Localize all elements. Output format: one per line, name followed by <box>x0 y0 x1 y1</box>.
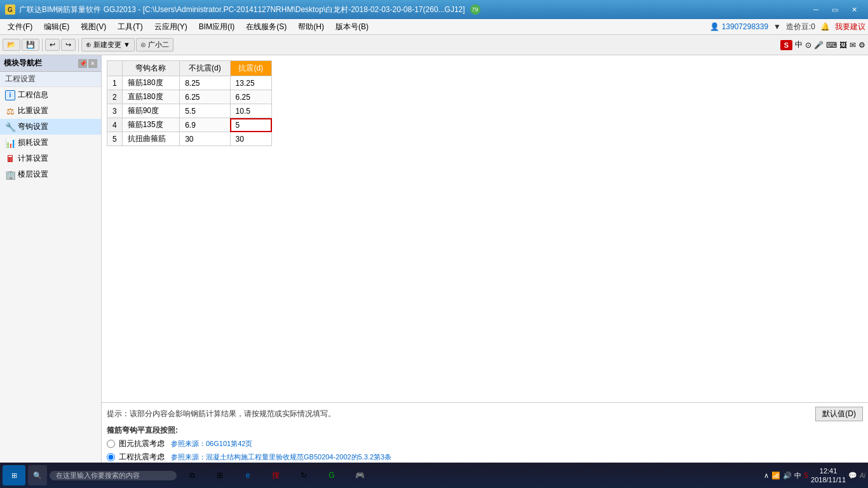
default-button[interactable]: 默认值(D) <box>815 407 863 421</box>
sidebar-item-hook[interactable]: 🔧 弯钩设置 <box>0 119 101 135</box>
radio-project[interactable] <box>107 453 115 461</box>
ref-text-1: 参照来源：06G101第42页 <box>171 439 252 449</box>
sidebar-item-project-info[interactable]: i 工程信息 <box>0 87 101 103</box>
row-2-name[interactable]: 直筋180度 <box>122 90 179 104</box>
windows-icon: ⊞ <box>11 471 17 480</box>
search-bar[interactable]: 在这里输入你要搜索的内容 <box>50 471 177 480</box>
redo-btn[interactable]: ↪ <box>61 39 76 51</box>
row-1-non-seismic[interactable]: 8.25 <box>180 76 230 90</box>
network-icon: 📶 <box>771 471 780 480</box>
sogou-tray-icon[interactable]: S <box>804 471 808 479</box>
sidebar-close-btn[interactable]: ✕ <box>88 59 97 68</box>
save-btn[interactable]: 💾 <box>22 39 39 51</box>
menu-cloud[interactable]: 云应用(Y) <box>149 20 193 34</box>
radio-label-2: 工程抗震考虑 <box>119 452 165 463</box>
sidebar-item-calc[interactable]: 🖩 计算设置 <box>0 151 101 166</box>
ime-icon[interactable]: 中 <box>794 471 801 480</box>
content-scroll: 弯钩名称 不抗震(d) 抗震(d) 1 箍筋180度 8.25 13.25 <box>102 55 868 402</box>
hook-table: 弯钩名称 不抗震(d) 抗震(d) 1 箍筋180度 8.25 13.25 <box>107 60 272 146</box>
sidebar-item-loss[interactable]: 📊 损耗设置 <box>0 135 101 151</box>
sogou-taskbar-btn[interactable]: 搜 <box>263 465 288 485</box>
content-area: 弯钩名称 不抗震(d) 抗震(d) 1 箍筋180度 8.25 13.25 <box>102 55 868 469</box>
row-3-non-seismic[interactable]: 5.5 <box>180 104 230 118</box>
compare-icon: ⚖ <box>5 106 15 116</box>
toolbar-icon-3: 🎤 <box>814 41 824 50</box>
game-btn[interactable]: 🎮 <box>347 465 372 485</box>
radio-group: 图元抗震考虑 参照来源：06G101第42页 工程抗震考虑 参照来源：混凝土结构… <box>107 438 863 463</box>
folder-icon: 📂 <box>7 41 16 49</box>
app-icon: G <box>5 4 15 15</box>
user-icon: 👤 <box>710 22 719 31</box>
start-button[interactable]: ⊞ <box>3 465 25 485</box>
notification-btn[interactable]: 💬 <box>848 471 857 480</box>
col-seismic-header: 抗震(d) <box>230 61 271 76</box>
radio-row-2: 工程抗震考虑 参照来源：混凝土结构施工程量里验收规范GB50204-2002的5… <box>107 452 863 463</box>
toolbar-icon-4: ⌨ <box>826 41 837 50</box>
row-2-seismic[interactable]: 6.25 <box>230 90 271 104</box>
row-5-non-seismic[interactable]: 30 <box>180 132 230 146</box>
hint-text: 提示：该部分内容会影响钢筋计算结果，请按规范或实际情况填写。 <box>107 409 336 419</box>
refresh-btn[interactable]: ↻ <box>291 465 316 485</box>
row-3-seismic[interactable]: 10.5 <box>230 104 271 118</box>
calc-icon: 🖩 <box>5 154 15 164</box>
ai-label: ⊙ 广小二 <box>140 40 169 50</box>
menu-file[interactable]: 文件(F) <box>3 20 37 34</box>
taskbar-apps[interactable]: ⊞ <box>207 465 233 485</box>
radio-diagram[interactable] <box>107 440 115 448</box>
row-2-non-seismic[interactable]: 6.25 <box>180 90 230 104</box>
taskview-btn[interactable]: ⧉ <box>179 465 205 485</box>
row-4-non-seismic[interactable]: 6.9 <box>180 118 230 132</box>
ai-btn[interactable]: ⊙ 广小二 <box>136 38 173 51</box>
sidebar-pin-btn[interactable]: 📌 <box>78 59 87 68</box>
sidebar-section: 工程设置 <box>0 72 101 87</box>
table-row: 1 箍筋180度 8.25 13.25 <box>107 76 272 90</box>
row-1-name[interactable]: 箍筋180度 <box>122 76 179 90</box>
new-change-label: ⊕ 新建变更 ▼ <box>86 40 130 50</box>
toolbar-icon-5: 🖼 <box>839 41 847 50</box>
row-5-name[interactable]: 抗扭曲箍筋 <box>122 132 179 146</box>
row-1-num: 1 <box>107 76 123 90</box>
open-file-btn[interactable]: 📂 <box>3 39 20 51</box>
menu-view[interactable]: 视图(V) <box>76 20 111 34</box>
sidebar-label-calc: 计算设置 <box>18 153 48 164</box>
sidebar-item-weight[interactable]: ⚖ 比重设置 <box>0 103 101 119</box>
row-4-seismic[interactable]: 5 <box>230 118 271 132</box>
ai-tray[interactable]: Ai <box>860 472 865 479</box>
sidebar-header-buttons: 📌 ✕ <box>78 59 97 68</box>
restore-button[interactable]: ▭ <box>826 3 844 16</box>
close-button[interactable]: ✕ <box>845 3 863 16</box>
menu-edit[interactable]: 编辑(E) <box>39 20 74 34</box>
table-row: 5 抗扭曲箍筋 30 30 <box>107 132 272 146</box>
tray-arrow[interactable]: ∧ <box>764 471 769 480</box>
toolbar: 📂 💾 ↩ ↪ ⊕ 新建变更 ▼ ⊙ 广小二 S 中 ⊙ 🎤 ⌨ 🖼 ✉ ⚙ <box>0 35 868 55</box>
undo-btn[interactable]: ↩ <box>45 39 60 51</box>
ggj-btn[interactable]: G <box>319 465 344 485</box>
feedback-btn[interactable]: 我要建议 <box>835 22 865 32</box>
search-button[interactable]: 🔍 <box>28 465 47 485</box>
menu-tools[interactable]: 工具(T) <box>112 20 147 34</box>
toolbar-icon-6: ✉ <box>850 41 856 50</box>
toolbar-icon-1: 中 <box>795 39 803 50</box>
menu-bim[interactable]: BIM应用(I) <box>194 20 240 34</box>
toolbar-icon-7: ⚙ <box>858 41 865 50</box>
search-icon: 🔍 <box>33 471 42 480</box>
bell-icon[interactable]: 🔔 <box>820 22 830 31</box>
hook-icon: 🔧 <box>5 122 15 132</box>
menu-online[interactable]: 在线服务(S) <box>241 20 292 34</box>
menu-version[interactable]: 版本号(B) <box>330 20 374 34</box>
minimize-button[interactable]: ─ <box>807 3 825 16</box>
menu-help[interactable]: 帮助(H) <box>293 20 329 34</box>
row-1-seismic[interactable]: 13.25 <box>230 76 271 90</box>
main-layout: 模块导航栏 📌 ✕ 工程设置 i 工程信息 ⚖ 比重设置 🔧 弯钩设置 📊 损耗… <box>0 55 868 469</box>
row-5-seismic[interactable]: 30 <box>230 132 271 146</box>
volume-icon: 🔊 <box>783 471 792 480</box>
new-change-btn[interactable]: ⊕ 新建变更 ▼ <box>81 38 135 51</box>
score-label: ▼ <box>773 22 781 31</box>
browser-btn[interactable]: e <box>235 465 261 485</box>
row-3-name[interactable]: 箍筋90度 <box>122 104 179 118</box>
row-4-name[interactable]: 箍筋135度 <box>122 118 179 132</box>
table-row: 3 箍筋90度 5.5 10.5 <box>107 104 272 118</box>
taskbar: ⊞ 🔍 在这里输入你要搜索的内容 ⧉ ⊞ e 搜 ↻ G 🎮 ∧ 📶 🔊 中 S… <box>0 463 868 488</box>
sidebar-item-floor[interactable]: 🏢 楼层设置 <box>0 166 101 182</box>
separator-2 <box>78 39 79 51</box>
